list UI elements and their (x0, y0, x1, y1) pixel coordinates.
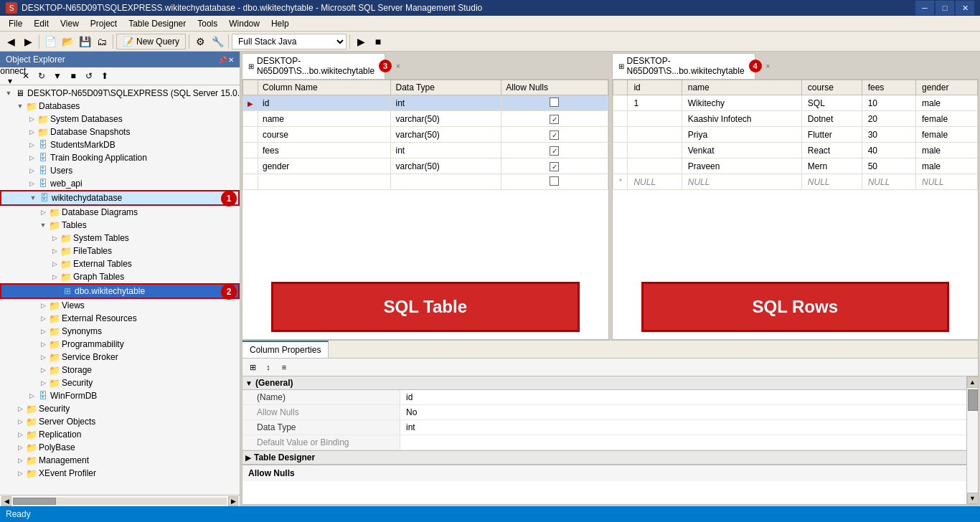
general-expand-icon[interactable]: ▼ (245, 379, 253, 387)
views-node[interactable]: ▷ 📁 Views (0, 299, 240, 312)
so-expand[interactable]: ▷ (14, 416, 26, 427)
prog-expand[interactable]: ▷ (37, 338, 49, 350)
graph-tables-node[interactable]: ▷ 📁 Graph Tables (0, 270, 240, 283)
id-null-checkbox[interactable] (550, 98, 559, 107)
repl-expand[interactable]: ▷ (14, 429, 26, 440)
design-row-fees[interactable]: fees int (243, 143, 608, 158)
scroll-thumb-h[interactable] (13, 498, 56, 505)
gt-expand[interactable]: ▷ (49, 271, 60, 283)
fees-null-checkbox[interactable] (550, 146, 559, 156)
programmability-node[interactable]: ▷ 📁 Programmability (0, 338, 240, 351)
scroll-right-btn[interactable]: ▶ (228, 496, 238, 506)
save-button[interactable]: 💾 (77, 34, 93, 49)
db-snapshots-node[interactable]: ▷ 📁 Database Snapshots (0, 125, 240, 138)
column-props-tab-item[interactable]: Column Properties (242, 341, 329, 358)
system-tables-node[interactable]: ▷ 📁 System Tables (0, 232, 240, 245)
design-row-course-nulls[interactable] (501, 127, 608, 143)
security-outer-node[interactable]: ▷ 📁 Security (0, 402, 240, 415)
data-row-4[interactable]: Venkat React 40 male (613, 143, 978, 158)
new-query-button[interactable]: 📝 New Query (116, 34, 186, 49)
users-expand[interactable]: ▷ (26, 165, 37, 176)
menu-edit[interactable]: Edit (28, 17, 55, 30)
props-scrollbar[interactable]: ▲ ▼ (966, 376, 978, 504)
tables-node[interactable]: ▼ 📁 Tables (0, 219, 240, 232)
db-diagrams-node[interactable]: ▷ 📁 Database Diagrams (0, 206, 240, 219)
external-resources-node[interactable]: ▷ 📁 External Resources (0, 312, 240, 325)
mgmt-expand[interactable]: ▷ (14, 455, 26, 466)
refresh-button2[interactable]: ↺ (82, 69, 96, 83)
data-row-5[interactable]: Praveen Mern 50 male (613, 158, 978, 174)
run-button[interactable]: ▶ (353, 34, 369, 49)
er-expand[interactable]: ▷ (37, 313, 49, 324)
disconnect-button[interactable]: ✕ (19, 69, 33, 83)
xevent-node[interactable]: ▷ 📁 XEvent Profiler (0, 467, 240, 480)
wdb-expand[interactable]: ▼ (27, 192, 39, 204)
save-all-button[interactable]: 🗂 (94, 34, 110, 49)
design-row-fees-nulls[interactable] (501, 143, 608, 158)
studentsmarkdb-node[interactable]: ▷ 🗄 StudentsMarkDB (0, 138, 240, 151)
storage-node[interactable]: ▷ 📁 Storage (0, 364, 240, 376)
file-tables-node[interactable]: ▷ 📁 FileTables (0, 245, 240, 257)
database-dropdown[interactable]: Full Stack Java (232, 34, 347, 49)
db-snap-expand[interactable]: ▷ (26, 126, 37, 138)
design-row-id-nulls[interactable] (501, 95, 608, 111)
design-row-empty[interactable] (243, 174, 608, 190)
menu-project[interactable]: Project (85, 17, 123, 30)
system-db-expand[interactable]: ▷ (26, 113, 37, 125)
scroll-down-btn[interactable]: ▼ (967, 493, 979, 504)
empty-null-checkbox[interactable] (550, 176, 559, 186)
oe-pin-icon[interactable]: 📌 (218, 56, 227, 64)
users-node[interactable]: ▷ 🗄 Users (0, 164, 240, 177)
xev-expand[interactable]: ▷ (14, 468, 26, 479)
design-row-course[interactable]: course varchar(50) (243, 127, 608, 143)
wf-expand[interactable]: ▷ (26, 390, 37, 402)
menu-view[interactable]: View (55, 17, 85, 30)
data-row-1[interactable]: 1 Wikitechy SQL 10 male (613, 95, 978, 111)
stop-button[interactable]: ■ (370, 34, 386, 49)
dbo-wikitechytable-node[interactable]: ▷ ⊞ dbo.wikitechytable (0, 283, 240, 299)
design-row-gender[interactable]: gender varchar(50) (243, 158, 608, 174)
scroll-thumb-v[interactable] (968, 389, 978, 411)
st-expand[interactable]: ▷ (49, 232, 60, 244)
service-broker-node[interactable]: ▷ 📁 Service Broker (0, 351, 240, 364)
close-button[interactable]: ✕ (956, 1, 974, 15)
ft-expand[interactable]: ▷ (49, 245, 60, 257)
design-row-gender-nulls[interactable] (501, 158, 608, 174)
design-row-name-nulls[interactable] (501, 111, 608, 127)
views-expand[interactable]: ▷ (37, 300, 49, 311)
data-row-2[interactable]: Kaashiv Infotech Dotnet 20 female (613, 111, 978, 127)
tab-1[interactable]: ⊞ DESKTOP-N65D09T\S...bo.wikitechytable … (242, 53, 385, 79)
menu-window[interactable]: Window (223, 17, 265, 30)
design-row-empty-nulls[interactable] (501, 174, 608, 190)
server-node[interactable]: ▼ 🖥 DESKTOP-N65D09T\SQLEXPRESS (SQL Serv… (0, 87, 240, 100)
menu-table-designer[interactable]: Table Designer (123, 17, 192, 30)
tb-expand[interactable]: ▷ (26, 152, 37, 163)
winformdb-node[interactable]: ▷ 🗄 WinFormDB (0, 389, 240, 402)
scroll-left-btn[interactable]: ◀ (1, 496, 11, 506)
replication-node[interactable]: ▷ 📁 Replication (0, 428, 240, 441)
dbo-expand[interactable]: ▷ (50, 285, 62, 297)
design-row-name[interactable]: name varchar(50) (243, 111, 608, 127)
refresh-oe-button[interactable]: ↻ (34, 69, 49, 83)
menu-file[interactable]: File (3, 17, 28, 30)
security-inner-node[interactable]: ▷ 📁 Security (0, 376, 240, 389)
toolbar-btn-1[interactable]: ⚙ (192, 34, 208, 49)
open-button[interactable]: 📂 (60, 34, 75, 49)
sec-in-expand[interactable]: ▷ (37, 377, 49, 389)
synonyms-node[interactable]: ▷ 📁 Synonyms (0, 325, 240, 338)
databases-node[interactable]: ▼ 📁 Databases (0, 100, 240, 113)
stop-oe-button[interactable]: ■ (66, 69, 80, 83)
server-objects-node[interactable]: ▷ 📁 Server Objects (0, 415, 240, 428)
connect-button[interactable]: Connect ▾ (3, 69, 17, 83)
syn-expand[interactable]: ▷ (37, 326, 49, 337)
wikitechydatabase-node[interactable]: ▼ 🗄 wikitechydatabase (0, 190, 240, 206)
webapi-node[interactable]: ▷ 🗄 web_api (0, 177, 240, 190)
webapi-expand[interactable]: ▷ (26, 178, 37, 189)
design-row-id[interactable]: ▶ id int (243, 95, 608, 111)
pb-expand[interactable]: ▷ (14, 442, 26, 453)
props-toolbar-btn2[interactable]: ↕ (261, 360, 275, 374)
external-tables-node[interactable]: ▷ 📁 External Tables (0, 257, 240, 270)
window-controls[interactable]: ─ □ ✕ (915, 1, 974, 15)
tab1-close[interactable]: × (395, 62, 402, 70)
table-designer-expand-icon[interactable]: ▶ (245, 454, 251, 462)
